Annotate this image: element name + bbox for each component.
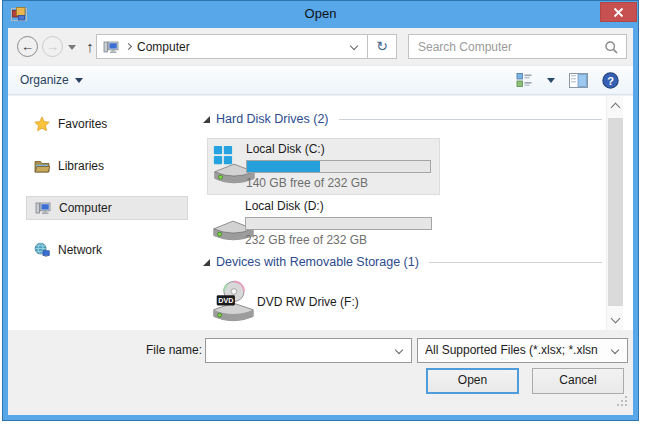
file-type-dropdown-caret-icon bbox=[611, 346, 619, 354]
sidebar-label-favorites: Favorites bbox=[58, 117, 107, 131]
window-title: Open bbox=[3, 1, 638, 28]
scroll-down-icon[interactable] bbox=[611, 314, 621, 324]
file-name-label: File name: bbox=[146, 338, 202, 363]
preview-pane-icon[interactable] bbox=[569, 73, 588, 88]
title-bar[interactable]: Open bbox=[3, 1, 638, 28]
file-name-combo bbox=[205, 338, 412, 363]
dvd-badge-label: DVD bbox=[218, 297, 233, 305]
scroll-up-icon[interactable] bbox=[611, 103, 621, 113]
history-dropdown-caret-icon[interactable] bbox=[68, 45, 76, 50]
drive-item-local-disk-c[interactable]: Local Disk (C:) 140 GB free of 232 GB bbox=[207, 138, 440, 195]
organize-caret-icon bbox=[75, 78, 83, 83]
vertical-scrollbar[interactable] bbox=[606, 96, 623, 330]
group-header-rule bbox=[339, 119, 602, 120]
back-button[interactable]: ← bbox=[17, 36, 38, 57]
organize-label: Organize bbox=[20, 73, 69, 87]
group-title: Devices with Removable Storage (1) bbox=[216, 255, 419, 269]
monitor-icon bbox=[35, 200, 51, 216]
dvd-drive-icon: DVD bbox=[210, 280, 256, 326]
disk-usage-meter bbox=[245, 217, 432, 230]
breadcrumb-computer[interactable]: Computer bbox=[137, 40, 190, 54]
sidebar-item-libraries[interactable]: Libraries bbox=[26, 154, 188, 178]
svg-text:?: ? bbox=[607, 74, 614, 86]
organize-button[interactable]: Organize bbox=[20, 66, 83, 94]
group-header-hard-disks[interactable]: Hard Disk Drives (2) bbox=[203, 110, 602, 128]
collapse-group-icon[interactable] bbox=[203, 259, 210, 266]
view-options-caret-icon[interactable] bbox=[547, 78, 555, 83]
group-header-rule bbox=[429, 262, 602, 263]
toolbar-right-group: ? bbox=[516, 66, 619, 94]
drive-info: Local Disk (C:) 140 GB free of 232 GB bbox=[246, 139, 431, 190]
close-icon bbox=[613, 7, 624, 18]
drive-name: Local Disk (C:) bbox=[246, 142, 431, 156]
cancel-button[interactable]: Cancel bbox=[532, 368, 624, 394]
navigation-bar: ← → ↑ Computer ↻ bbox=[8, 33, 633, 61]
file-type-select[interactable]: All Supported Files (*.xlsx; *.xlsn bbox=[417, 338, 628, 363]
window-frame: Open ← → ↑ bbox=[2, 0, 639, 421]
file-type-value: All Supported Files (*.xlsx; *.xlsn bbox=[425, 339, 607, 362]
search-icon bbox=[604, 40, 619, 55]
globe-icon bbox=[34, 242, 50, 258]
star-icon bbox=[34, 116, 50, 132]
drive-name: DVD RW Drive (F:) bbox=[257, 295, 359, 309]
sidebar-item-computer[interactable]: Computer bbox=[26, 196, 188, 220]
help-icon[interactable]: ? bbox=[602, 72, 619, 89]
forward-button[interactable]: → bbox=[42, 36, 63, 57]
change-view-icon[interactable] bbox=[516, 72, 533, 88]
collapse-group-icon[interactable] bbox=[203, 116, 210, 123]
drive-name: Local Disk (D:) bbox=[245, 199, 432, 213]
computer-icon bbox=[103, 39, 119, 55]
items-view: Hard Disk Drives (2) bbox=[195, 96, 606, 330]
scrollbar-thumb[interactable] bbox=[608, 118, 623, 306]
navigation-pane: Favorites Libraries bbox=[8, 96, 195, 330]
group-title: Hard Disk Drives (2) bbox=[216, 112, 329, 126]
open-button[interactable]: Open bbox=[426, 368, 519, 394]
group-header-removable[interactable]: Devices with Removable Storage (1) bbox=[203, 253, 602, 271]
search-input[interactable] bbox=[411, 36, 600, 57]
sidebar-label-computer: Computer bbox=[59, 201, 112, 215]
sidebar-label-network: Network bbox=[58, 243, 102, 257]
search-box bbox=[408, 34, 627, 59]
sidebar-item-favorites[interactable]: Favorites bbox=[26, 112, 188, 136]
drive-item-dvd-f[interactable]: DVD DVD RW Drive (F:) bbox=[207, 278, 440, 328]
command-toolbar: Organize bbox=[8, 65, 633, 95]
drive-info: Local Disk (D:) 232 GB free of 232 GB bbox=[245, 196, 432, 247]
sidebar-label-libraries: Libraries bbox=[58, 159, 104, 173]
file-name-input[interactable] bbox=[208, 340, 387, 361]
refresh-button[interactable]: ↻ bbox=[367, 34, 397, 59]
disk-usage-fill bbox=[247, 161, 320, 172]
open-dialog: Open ← → ↑ bbox=[0, 0, 645, 427]
drive-free-space: 140 GB free of 232 GB bbox=[246, 176, 431, 190]
file-name-dropdown-caret-icon[interactable] bbox=[395, 346, 403, 354]
explorer-body: Favorites Libraries bbox=[8, 96, 633, 330]
breadcrumb-chevron-icon[interactable] bbox=[125, 43, 132, 50]
address-bar[interactable]: Computer bbox=[96, 34, 368, 59]
address-dropdown-caret-icon[interactable] bbox=[350, 42, 358, 50]
folder-icon bbox=[34, 158, 50, 174]
close-button[interactable] bbox=[600, 2, 637, 22]
resize-grip[interactable] bbox=[616, 395, 628, 407]
drive-item-local-disk-d[interactable]: Local Disk (D:) 232 GB free of 232 GB bbox=[207, 196, 440, 252]
drive-free-space: 232 GB free of 232 GB bbox=[245, 233, 432, 247]
dialog-client-area: ← → ↑ Computer ↻ bbox=[8, 28, 633, 415]
disk-usage-meter bbox=[246, 160, 431, 173]
sidebar-item-network[interactable]: Network bbox=[26, 238, 188, 262]
dialog-footer: File name: All Supported Files (*.xlsx; … bbox=[8, 330, 633, 415]
